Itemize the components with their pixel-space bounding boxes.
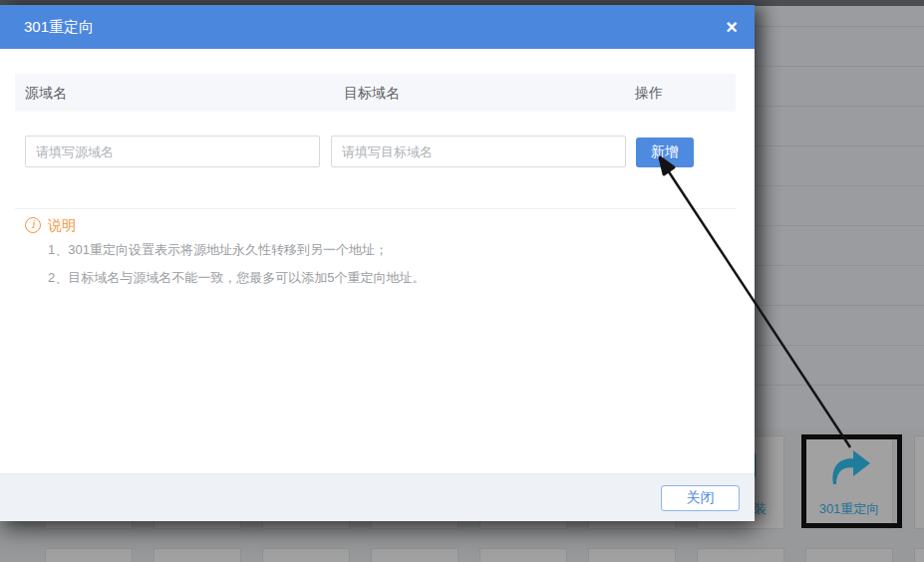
column-header-source-domain: 源域名 <box>25 74 67 112</box>
screen: { "window": { "title": "301重定向", "close_… <box>0 0 924 562</box>
dialog-title: 301重定向 <box>24 5 94 49</box>
redirect-301-dialog: 301重定向 × 源域名 目标域名 操作 新增 i 说明 1、301重定向设置表… <box>0 5 755 521</box>
column-header-target-domain: 目标域名 <box>344 74 400 112</box>
note-line-2: 2、目标域名与源域名不能一致，您最多可以添加5个重定向地址。 <box>48 270 425 286</box>
note-line-1: 1、301重定向设置表示将源地址永久性转移到另一个地址； <box>48 242 388 258</box>
target-domain-input[interactable] <box>331 136 626 167</box>
annotation-highlight-box <box>801 434 902 528</box>
source-domain-input[interactable] <box>25 136 320 167</box>
dialog-header: 301重定向 × <box>0 5 755 49</box>
redirect-table-header: 源域名 目标域名 操作 <box>15 74 736 112</box>
column-header-action: 操作 <box>635 74 663 112</box>
close-icon[interactable]: × <box>721 16 743 38</box>
dialog-footer: 关闭 <box>0 473 755 521</box>
info-icon: i <box>25 217 41 233</box>
add-button[interactable]: 新增 <box>636 138 694 167</box>
note-title: 说明 <box>48 216 76 234</box>
section-divider <box>15 208 736 209</box>
close-button[interactable]: 关闭 <box>661 485 740 511</box>
